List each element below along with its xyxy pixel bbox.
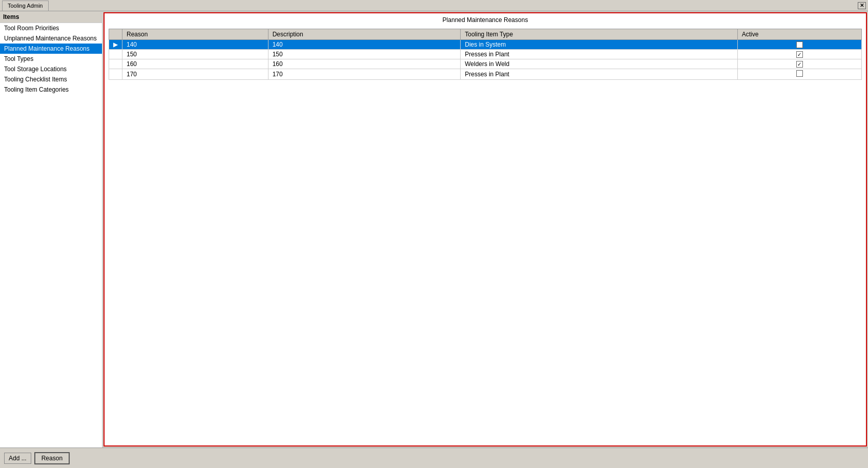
cell-tooling-item-type: Welders in Weld	[461, 59, 737, 69]
cell-description: 140	[268, 40, 461, 50]
cell-active	[737, 59, 861, 69]
footer-bar: Add ... Reason	[0, 448, 868, 468]
col-header-description: Description	[268, 29, 461, 40]
col-header-selector	[109, 29, 122, 40]
cell-active	[737, 50, 861, 59]
sidebar-header: Items	[0, 11, 102, 23]
cell-reason: 170	[122, 69, 268, 80]
table-row[interactable]: 160 160 Welders in Weld	[109, 59, 862, 69]
checkbox-active[interactable]	[796, 61, 803, 68]
content-title: Planned Maintenance Reasons	[105, 13, 866, 27]
sidebar-item-tool-storage[interactable]: Tool Storage Locations	[0, 64, 102, 74]
table-row[interactable]: ▶ 140 140 Dies in System	[109, 40, 862, 50]
col-header-tooling-item-type: Tooling Item Type	[461, 29, 737, 40]
sidebar-item-tool-types[interactable]: Tool Types	[0, 54, 102, 64]
sidebar-item-tooling-categories[interactable]: Tooling Item Categories	[0, 84, 102, 95]
close-button[interactable]: ✕	[858, 2, 866, 9]
col-header-active: Active	[737, 29, 861, 40]
cell-reason: 150	[122, 50, 268, 59]
cell-active	[737, 40, 861, 50]
cell-reason: 140	[122, 40, 268, 50]
cell-tooling-item-type: Presses in Plant	[461, 50, 737, 59]
title-bar: Tooling Admin ✕	[0, 0, 868, 11]
checkbox-active[interactable]	[796, 41, 803, 48]
checkbox-inactive[interactable]	[796, 70, 803, 77]
row-indicator	[109, 59, 122, 69]
row-indicator: ▶	[109, 40, 122, 50]
cell-description: 160	[268, 59, 461, 69]
data-grid: Reason Description Tooling Item Type Act…	[109, 29, 862, 80]
sidebar-item-tool-room-priorities[interactable]: Tool Room Priorities	[0, 23, 102, 33]
main-window: Tooling Admin ✕ Items Tool Room Prioriti…	[0, 0, 868, 468]
main-content: Items Tool Room Priorities Unplanned Mai…	[0, 11, 868, 448]
row-indicator	[109, 69, 122, 80]
cell-tooling-item-type: Presses in Plant	[461, 69, 737, 80]
cell-reason: 160	[122, 59, 268, 69]
sidebar-item-tooling-checklist[interactable]: Tooling Checklist Items	[0, 74, 102, 84]
cell-tooling-item-type: Dies in System	[461, 40, 737, 50]
checkbox-active[interactable]	[796, 51, 803, 58]
sidebar-item-unplanned-maintenance[interactable]: Unplanned Maintenance Reasons	[0, 33, 102, 44]
row-indicator	[109, 50, 122, 59]
cell-description: 170	[268, 69, 461, 80]
content-area: Planned Maintenance Reasons Reason Descr…	[104, 12, 867, 446]
table-row[interactable]: 170 170 Presses in Plant	[109, 69, 862, 80]
reason-button[interactable]: Reason	[34, 452, 70, 464]
cell-description: 150	[268, 50, 461, 59]
arrow-icon: ▶	[113, 41, 118, 48]
add-button[interactable]: Add ...	[4, 453, 31, 464]
sidebar: Items Tool Room Priorities Unplanned Mai…	[0, 11, 102, 448]
tooling-admin-tab[interactable]: Tooling Admin	[2, 1, 49, 11]
cell-active	[737, 69, 861, 80]
sidebar-item-planned-maintenance[interactable]: Planned Maintenance Reasons	[0, 44, 102, 54]
col-header-reason: Reason	[122, 29, 268, 40]
table-row[interactable]: 150 150 Presses in Plant	[109, 50, 862, 59]
